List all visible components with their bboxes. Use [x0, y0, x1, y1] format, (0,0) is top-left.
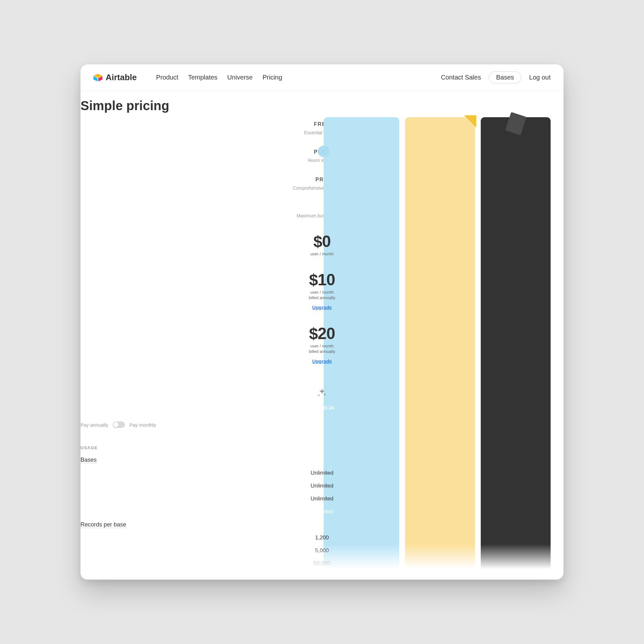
- price-plus-billed: billed annually: [84, 295, 560, 300]
- toggle-monthly-label: Pay monthly: [129, 422, 156, 428]
- price-pro-amount: $20: [84, 324, 560, 343]
- price-pro: $20 user / month billed annually Upgrade: [81, 316, 563, 370]
- price-free-amount: $0: [84, 232, 560, 251]
- price-plus: $10 user / month billed annually Upgrade: [81, 262, 563, 316]
- pricing-card: Airtable Product Templates Universe Pric…: [81, 64, 563, 580]
- val-bases-free: Unlimited: [81, 467, 563, 479]
- topbar: Airtable Product Templates Universe Pric…: [81, 64, 563, 91]
- nav-contact-sales[interactable]: Contact Sales: [441, 74, 481, 81]
- toggle-annual-label: Pay annually: [81, 422, 108, 428]
- price-plus-sub: user / month: [84, 290, 560, 295]
- val-records-free: 1,200: [81, 531, 563, 544]
- price-pro-billed: billed annually: [84, 349, 560, 354]
- nav-templates[interactable]: Templates: [188, 74, 217, 81]
- sparkle-icon: [317, 388, 327, 400]
- price-free-sub: user / month: [84, 251, 560, 256]
- nav-product[interactable]: Product: [156, 74, 178, 81]
- brand-name: Airtable: [106, 72, 137, 82]
- page-title-text: Simple pricing: [81, 99, 563, 113]
- page-title: Simple pricing: [81, 91, 563, 113]
- val-records-plus: 5,000: [81, 544, 563, 557]
- val-bases-pro: Unlimited: [81, 492, 563, 505]
- cta-pro-upgrade[interactable]: Upgrade: [84, 358, 560, 364]
- nav-universe[interactable]: Universe: [227, 74, 253, 81]
- val-records-ent: Increased: [81, 570, 563, 580]
- nav-logout[interactable]: Log out: [529, 74, 551, 81]
- brand-logo[interactable]: Airtable: [93, 72, 137, 82]
- primary-nav: Product Templates Universe Pricing: [146, 74, 282, 81]
- val-bases-plus: Unlimited: [81, 479, 563, 492]
- airtable-logo-icon: [93, 73, 102, 82]
- price-pro-sub: user / month: [84, 344, 560, 348]
- billing-switch[interactable]: [113, 421, 125, 428]
- cta-plus-upgrade[interactable]: Upgrade: [84, 305, 560, 310]
- val-records-pro: 50,000: [81, 557, 563, 570]
- nav-bases[interactable]: Bases: [489, 71, 522, 83]
- price-ent: Contact us: [81, 370, 563, 416]
- val-bases-ent: Unlimited: [81, 505, 563, 518]
- price-plus-amount: $10: [84, 270, 560, 289]
- price-free: $0 user / month: [81, 224, 563, 262]
- nav-pricing[interactable]: Pricing: [262, 74, 282, 81]
- cta-ent-contact[interactable]: Contact us: [84, 404, 560, 410]
